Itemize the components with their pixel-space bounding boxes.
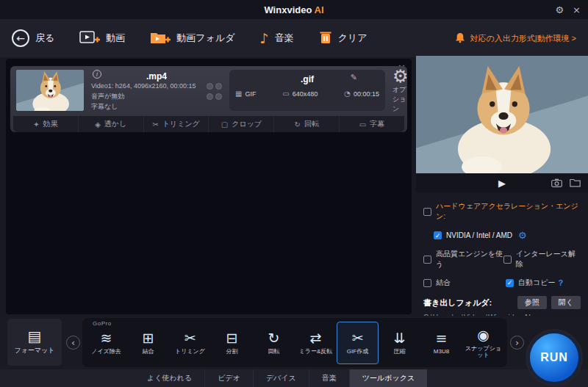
- merge-label: 結合: [436, 278, 451, 288]
- snapshot-icon: ◉: [477, 327, 490, 343]
- deinterlace-label: インターレース解除: [516, 249, 581, 270]
- toolbox-bar: ▤ フォーマット ‹ GoPro ≋ノイズ除去 ⊞結合 ✂トリミング ⊟分割 ↻…: [0, 316, 588, 369]
- tab-device[interactable]: デバイス: [253, 369, 309, 387]
- options-label: オプション: [392, 85, 409, 114]
- subtitle-track-info: 字幕なし: [91, 102, 118, 112]
- audio-track-badge-icon[interactable]: [207, 93, 213, 100]
- tool-label: ミラー&反転: [299, 348, 333, 355]
- app-title-main: Winxvideo: [264, 4, 312, 15]
- gif-maker-icon: ✂: [352, 330, 364, 346]
- scroll-left-chevron-icon[interactable]: ‹: [66, 336, 80, 350]
- format-button-label: フォーマット: [14, 346, 54, 355]
- video-folder-plus-icon: [150, 30, 171, 47]
- auto-copy-checkbox[interactable]: ✓: [506, 279, 514, 287]
- edit-tab-trim[interactable]: ✂トリミング: [143, 116, 209, 132]
- edit-tab-label: 透かし: [104, 119, 126, 129]
- rename-pencil-icon[interactable]: ✎: [351, 73, 357, 82]
- tab-frequently-used[interactable]: よく使われる: [135, 369, 204, 387]
- edit-tab-watermark[interactable]: ◈透かし: [78, 116, 143, 132]
- app-window: Winxvideo AI ⚙ × ← 戻る 動画 動画フォルダ ♪ 音楽: [0, 0, 588, 387]
- back-label: 戻る: [35, 32, 54, 45]
- clear-button[interactable]: クリア: [319, 30, 368, 47]
- scroll-right-chevron-icon[interactable]: ›: [510, 336, 524, 350]
- toolbox-strip: GoPro ≋ノイズ除去 ⊞結合 ✂トリミング ⊟分割 ↻回転 ⇄ミラー&反転 …: [82, 318, 507, 367]
- format-button[interactable]: ▤ フォーマット: [7, 319, 62, 366]
- tool-split[interactable]: ⊟分割: [211, 322, 253, 364]
- window-close-icon[interactable]: ×: [573, 4, 581, 15]
- tool-label: 回転: [268, 348, 280, 355]
- tab-toolbox[interactable]: ツールボックス: [349, 369, 427, 387]
- preview-panel: ▶ ハードウェアアクセラレーション・エンジン: ✓ NVIDIA / Intel…: [416, 56, 588, 314]
- effects-icon: ✦: [33, 120, 39, 129]
- format-button-icon: ▤: [28, 329, 42, 344]
- edit-tab-rotate[interactable]: ↻回転: [273, 116, 339, 132]
- add-music-button[interactable]: ♪ 音楽: [260, 30, 294, 46]
- tool-merge[interactable]: ⊞結合: [127, 322, 169, 364]
- open-folder-icon[interactable]: [570, 178, 581, 187]
- browse-button[interactable]: 参照: [517, 296, 547, 309]
- merge-icon: ⊞: [143, 330, 154, 346]
- edit-tab-effects[interactable]: ✦効果: [13, 116, 78, 132]
- video-track-info: Video1: h264, 4096x2160, 00:00:15: [91, 82, 196, 90]
- open-button[interactable]: 開く: [551, 296, 581, 309]
- high-quality-checkbox[interactable]: [423, 256, 431, 264]
- target-format-box: .gif ✎ ▦ GIF ▭ 640x480 ◔: [229, 70, 385, 111]
- tool-label: 圧縮: [394, 348, 406, 355]
- app-title: Winxvideo AI: [264, 4, 323, 15]
- settings-gear-icon[interactable]: ⚙: [555, 4, 564, 15]
- tab-music[interactable]: 音楽: [309, 369, 349, 387]
- run-button[interactable]: RUN: [528, 331, 581, 384]
- video-track-badge2-icon[interactable]: [215, 83, 222, 90]
- tool-rotate[interactable]: ↻回転: [253, 322, 295, 364]
- trash-icon: [319, 30, 332, 47]
- video-thumbnail: [16, 70, 84, 111]
- snapshot-camera-icon[interactable]: [551, 178, 562, 187]
- gopro-label: GoPro: [93, 320, 112, 327]
- tool-compress[interactable]: ⇊圧縮: [379, 322, 420, 364]
- video-track-badge-icon[interactable]: [207, 83, 213, 90]
- audio-track-badge2-icon[interactable]: [215, 93, 222, 100]
- target-filename: .gif: [301, 74, 314, 84]
- info-icon[interactable]: i: [93, 70, 101, 79]
- edit-tab-crop[interactable]: ▢クロップ: [208, 116, 273, 132]
- target-duration: 00:00:15: [354, 90, 379, 98]
- merge-checkbox[interactable]: [423, 279, 431, 287]
- options-button[interactable]: ⚙ オプション: [392, 68, 409, 114]
- tool-denoise[interactable]: ≋ノイズ除去: [85, 322, 127, 364]
- tab-video[interactable]: ビデオ: [204, 369, 253, 387]
- rotate-icon: ↻: [295, 120, 301, 129]
- source-filename: .mp4: [146, 71, 167, 82]
- target-duration-stat: ◔ 00:00:15: [344, 90, 379, 98]
- settings-panel: ハードウェアアクセラレーション・エンジン: ✓ NVIDIA / Intel /…: [416, 192, 588, 322]
- tool-gif-maker[interactable]: ✂GIF作成: [337, 322, 379, 364]
- denoise-icon: ≋: [101, 330, 112, 346]
- output-folder-label: 書き出しフォルダ:: [423, 297, 492, 308]
- add-video-button[interactable]: 動画: [79, 30, 125, 47]
- help-icon[interactable]: ?: [558, 278, 563, 287]
- edit-tab-subtitle[interactable]: ▭字幕: [339, 116, 404, 132]
- video-plus-icon: [79, 30, 100, 47]
- tool-m3u8[interactable]: ≡M3U8: [420, 322, 462, 364]
- clock-icon: ◔: [344, 90, 351, 98]
- deinterlace-checkbox[interactable]: [503, 256, 512, 264]
- gpu-checkbox[interactable]: ✓: [434, 231, 442, 239]
- add-video-folder-button[interactable]: 動画フォルダ: [150, 30, 234, 47]
- io-formats-link[interactable]: 対応の入出力形式|動作環境 >: [455, 32, 576, 45]
- tool-label: 分割: [226, 348, 238, 355]
- toolbar: ← 戻る 動画 動画フォルダ ♪ 音楽 クリア: [0, 19, 588, 57]
- target-format-label: GIF: [245, 90, 256, 98]
- edit-tab-label: 回転: [304, 119, 319, 129]
- tool-mirror-flip[interactable]: ⇄ミラー&反転: [295, 322, 337, 364]
- tool-trim[interactable]: ✂トリミング: [169, 322, 211, 364]
- source-info: i .mp4 Video1: h264, 4096x2160, 00:00:15…: [91, 69, 222, 112]
- tool-label: 結合: [143, 348, 154, 355]
- hw-accel-checkbox[interactable]: [423, 208, 431, 216]
- add-video-label: 動画: [106, 32, 125, 45]
- crop-icon: ▢: [221, 120, 228, 129]
- app-title-accent: AI: [315, 4, 324, 15]
- play-button[interactable]: ▶: [498, 178, 506, 189]
- clear-label: クリア: [338, 32, 368, 45]
- gpu-settings-gear-icon[interactable]: ⚙: [518, 230, 527, 241]
- tool-snapshot[interactable]: ◉スナップショット: [462, 322, 504, 364]
- back-button[interactable]: ← 戻る: [12, 29, 54, 47]
